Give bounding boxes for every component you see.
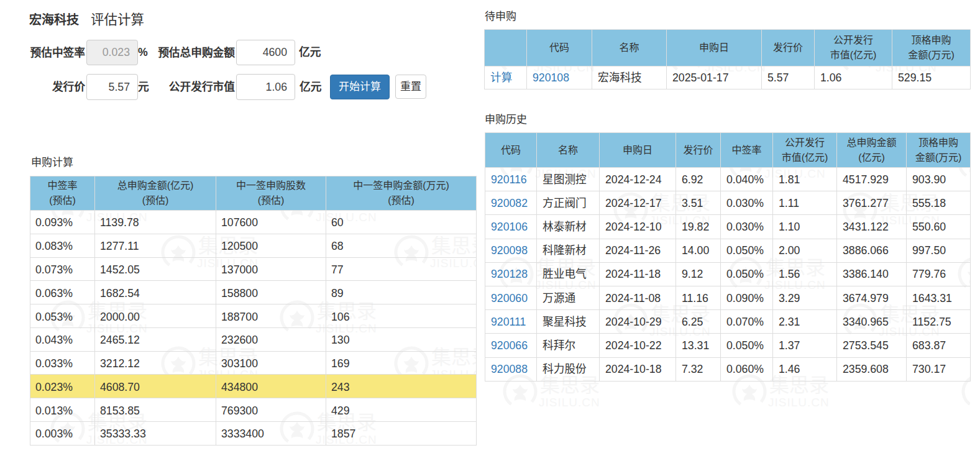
svg-text:JISILU.CN: JISILU.CN (539, 396, 600, 409)
svg-text:JISILU.CN: JISILU.CN (768, 396, 830, 409)
